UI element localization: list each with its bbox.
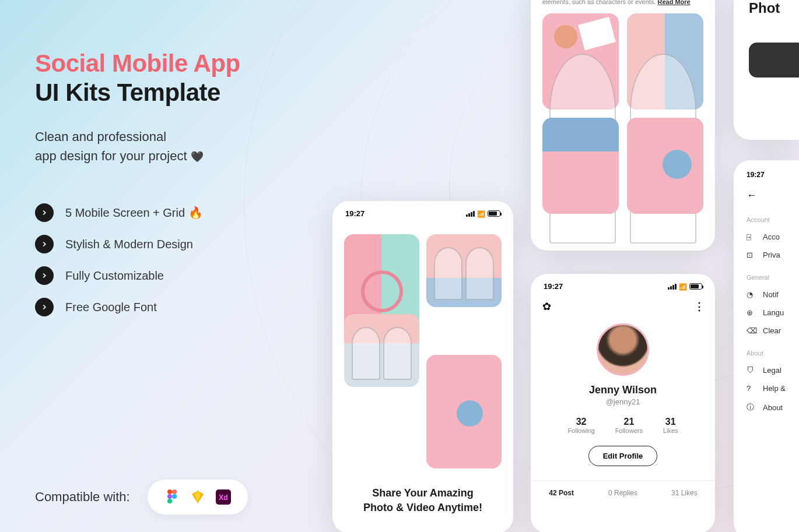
svg-point-3	[172, 494, 177, 499]
settings-item-legal[interactable]: ⛉Legal	[747, 366, 799, 375]
compatible-apps: Xd	[148, 480, 248, 515]
hero-title: UI Kits Template	[35, 79, 338, 107]
figma-icon	[162, 487, 183, 508]
read-more-link[interactable]: Read More	[658, 0, 691, 5]
tab-likes[interactable]: 31 Likes	[654, 481, 715, 505]
feature-list: 5 Mobile Screen + Grid 🔥 Stylish & Moder…	[35, 203, 338, 316]
wifi-icon	[679, 282, 687, 291]
more-icon[interactable]: ⋮	[694, 300, 703, 313]
user-icon: ⍈	[747, 232, 756, 241]
settings-icon[interactable]: ✿	[542, 300, 551, 313]
status-time: 19:27	[544, 282, 563, 291]
settings-item-clear[interactable]: ⌫Clear	[747, 326, 799, 335]
gallery-image[interactable]	[627, 13, 703, 110]
trash-icon: ⌫	[747, 326, 756, 335]
status-time: 19:27	[747, 171, 799, 179]
shield-icon: ⛉	[747, 366, 756, 375]
gallery-image	[426, 355, 502, 468]
post-description: way to mean rich with interesting or viv…	[531, 0, 715, 13]
edit-profile-button[interactable]: Edit Profile	[588, 446, 658, 466]
svg-text:Xd: Xd	[219, 494, 227, 502]
onboarding-caption: Share Your AmazingPhoto & Video Anytime!	[332, 480, 513, 521]
stat-followers[interactable]: 21Followers	[615, 417, 643, 434]
mockup-onboarding: 19:27 Share Your AmazingPhoto & Video An…	[332, 201, 513, 532]
chevron-right-icon	[35, 203, 54, 222]
stat-likes[interactable]: 31Likes	[663, 417, 678, 434]
settings-item-account[interactable]: ⍈Acco	[747, 232, 799, 241]
chevron-right-icon	[35, 298, 54, 316]
settings-item-language[interactable]: ⊕Langu	[747, 308, 799, 317]
svg-point-4	[167, 499, 172, 503]
profile-name: Jenny Wilson	[531, 384, 715, 396]
signal-icon	[668, 284, 677, 290]
feature-item: Stylish & Modern Design	[35, 235, 338, 253]
gallery-image[interactable]	[542, 118, 619, 214]
stat-following[interactable]: 32Following	[567, 417, 594, 434]
compatible-label: Compatible with:	[35, 489, 130, 505]
svg-point-2	[167, 494, 172, 499]
profile-handle: @jenny21	[531, 397, 715, 406]
hero-subtitle: Clean and professional app design for yo…	[35, 127, 338, 165]
section-label: General	[747, 274, 799, 281]
heart-icon: 🖤	[191, 151, 204, 163]
lock-icon: ⊡	[747, 251, 756, 259]
hero-title-highlight: Social Mobile App	[35, 50, 338, 77]
feature-item: Free Google Font	[35, 298, 338, 316]
status-time: 19:27	[345, 209, 365, 218]
battery-icon	[488, 210, 500, 217]
bell-icon: ◔	[747, 290, 756, 299]
xd-icon: Xd	[213, 487, 234, 508]
section-label: Account	[747, 216, 799, 223]
svg-point-0	[167, 489, 172, 494]
settings-item-help[interactable]: ?Help &	[747, 384, 799, 393]
sketch-icon	[187, 487, 208, 508]
help-icon: ?	[747, 384, 756, 393]
back-icon[interactable]: ←	[747, 189, 799, 202]
feature-item: 5 Mobile Screen + Grid 🔥	[35, 203, 338, 222]
screen-title: Phot	[749, 0, 799, 16]
feature-item: Fully Customizable	[35, 266, 338, 285]
signal-icon	[466, 211, 475, 217]
gallery-image[interactable]	[627, 118, 703, 214]
mockup-settings-cropped: 19:27 ← Account ⍈Acco ⊡Priva General ◔No…	[734, 160, 799, 532]
settings-item-privacy[interactable]: ⊡Priva	[747, 251, 799, 259]
avatar[interactable]	[597, 323, 649, 376]
battery-icon	[689, 283, 702, 290]
mockup-profile: 19:27 ✿ ⋮ Jenny Wilson @jenny21 32Follow…	[531, 274, 715, 532]
mockup-photo-cropped: Phot	[734, 0, 799, 140]
section-label: About	[747, 350, 799, 357]
wifi-icon	[477, 209, 485, 218]
tab-posts[interactable]: 42 Post	[531, 481, 592, 505]
settings-item-about[interactable]: ⓘAbout	[747, 402, 799, 413]
mockup-feed: way to mean rich with interesting or viv…	[531, 0, 715, 251]
settings-item-notifications[interactable]: ◔Notif	[747, 290, 799, 299]
svg-point-1	[172, 489, 177, 494]
tab-replies[interactable]: 0 Replies	[592, 481, 653, 505]
gallery-image	[426, 234, 502, 307]
info-icon: ⓘ	[747, 402, 756, 413]
chevron-right-icon	[35, 266, 54, 285]
globe-icon: ⊕	[747, 308, 756, 317]
chevron-right-icon	[35, 235, 54, 253]
gallery-image	[344, 314, 419, 387]
dark-card	[749, 43, 799, 77]
